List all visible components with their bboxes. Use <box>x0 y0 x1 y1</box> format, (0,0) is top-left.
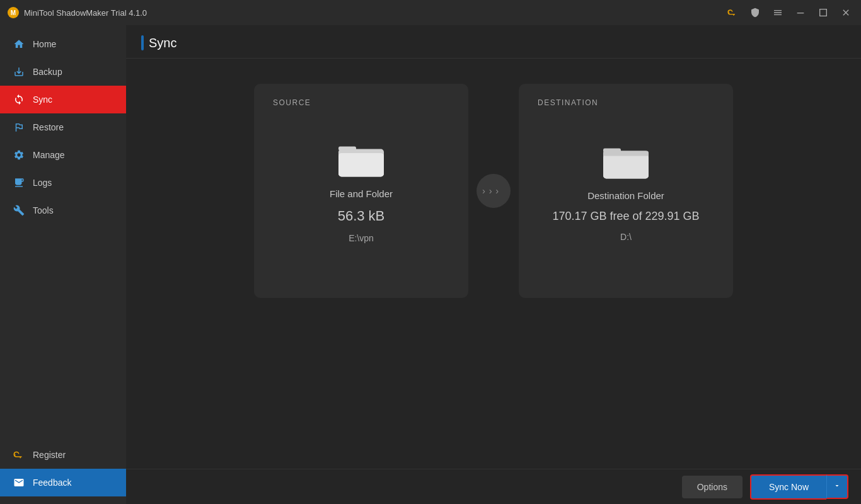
backup-icon <box>13 66 25 78</box>
destination-label: DESTINATION <box>538 96 598 108</box>
restore-icon <box>13 121 25 134</box>
source-name: File and Folder <box>330 188 393 199</box>
sidebar-item-register[interactable]: Register <box>0 441 126 469</box>
app-logo: M <box>8 7 19 18</box>
sidebar-item-logs[interactable]: Logs <box>0 169 126 197</box>
sidebar-item-manage[interactable]: Manage <box>0 141 126 169</box>
svg-rect-8 <box>603 154 649 178</box>
key-icon-button[interactable] <box>722 3 743 23</box>
titlebar-controls <box>722 3 856 23</box>
destination-free: 170.17 GB free of 229.91 GB <box>552 210 699 223</box>
sidebar-label-manage: Manage <box>33 150 65 160</box>
source-card[interactable]: SOURCE File and Folder 5 <box>254 84 468 298</box>
sync-now-container: Sync Now <box>750 474 848 500</box>
maximize-button[interactable] <box>813 3 833 23</box>
minimize-button[interactable] <box>790 3 811 23</box>
sidebar-label-backup: Backup <box>33 67 62 77</box>
sidebar: Home Backup Sync Restore <box>0 25 126 504</box>
sidebar-item-tools[interactable]: Tools <box>0 197 126 224</box>
content-area: Sync SOURCE <box>126 25 861 504</box>
destination-card[interactable]: DESTINATION Destination Folder 170.17 G <box>519 84 733 298</box>
sidebar-item-home[interactable]: Home <box>0 30 126 58</box>
close-button[interactable] <box>836 3 856 23</box>
sync-arrow: › › › <box>468 84 519 298</box>
app-title: MiniTool ShadowMaker Trial 4.1.0 <box>24 8 147 18</box>
source-path: E:\vpn <box>349 233 374 243</box>
source-label: SOURCE <box>273 96 311 108</box>
arrow-circle: › › › <box>477 174 511 208</box>
sidebar-item-backup[interactable]: Backup <box>0 58 126 86</box>
bottom-bar: Options Sync Now <box>126 469 861 504</box>
svg-rect-2 <box>338 153 384 177</box>
register-label: Register <box>33 450 66 460</box>
source-size: 56.3 kB <box>338 208 385 224</box>
sidebar-bottom: Register Feedback <box>0 433 126 504</box>
manage-icon <box>13 149 25 161</box>
sidebar-label-restore: Restore <box>33 122 64 132</box>
sidebar-label-home: Home <box>33 39 56 49</box>
options-button[interactable]: Options <box>682 476 743 498</box>
svg-text:›: › <box>495 186 499 196</box>
sync-icon <box>13 93 25 106</box>
svg-text:›: › <box>489 186 492 196</box>
menu-icon-button[interactable] <box>768 3 788 23</box>
source-card-inner: File and Folder 56.3 kB E:\vpn <box>330 84 393 298</box>
logs-icon <box>13 176 25 189</box>
sidebar-label-sync: Sync <box>33 94 52 105</box>
titlebar: M MiniTool ShadowMaker Trial 4.1.0 <box>0 0 861 25</box>
sidebar-label-logs: Logs <box>33 178 52 188</box>
home-icon <box>13 38 25 50</box>
content-header: Sync <box>126 25 861 59</box>
register-icon <box>13 449 25 461</box>
destination-path: D:\ <box>620 232 632 242</box>
sidebar-item-restore[interactable]: Restore <box>0 113 126 141</box>
shield-icon-button[interactable] <box>745 3 765 23</box>
main-layout: Home Backup Sync Restore <box>0 25 861 504</box>
sync-now-dropdown-button[interactable] <box>826 474 848 499</box>
feedback-icon <box>13 476 25 489</box>
sync-content: SOURCE File and Folder 5 <box>126 59 861 469</box>
page-title: Sync <box>149 36 176 50</box>
tools-icon <box>13 204 25 217</box>
feedback-label: Feedback <box>33 478 71 488</box>
sidebar-nav: Home Backup Sync Restore <box>0 25 126 433</box>
destination-folder-icon <box>601 140 651 181</box>
svg-text:›: › <box>482 186 485 196</box>
sidebar-item-feedback[interactable]: Feedback <box>0 469 126 496</box>
title-accent-bar <box>141 35 144 50</box>
source-folder-icon <box>336 139 386 180</box>
sidebar-item-sync[interactable]: Sync <box>0 86 126 113</box>
content-title: Sync <box>141 35 846 50</box>
destination-card-inner: Destination Folder 170.17 GB free of 229… <box>552 84 699 298</box>
destination-name: Destination Folder <box>587 190 664 201</box>
svg-rect-9 <box>603 151 649 156</box>
titlebar-left: M MiniTool ShadowMaker Trial 4.1.0 <box>8 7 147 18</box>
sidebar-label-tools: Tools <box>33 205 54 215</box>
sync-now-button[interactable]: Sync Now <box>750 474 826 500</box>
